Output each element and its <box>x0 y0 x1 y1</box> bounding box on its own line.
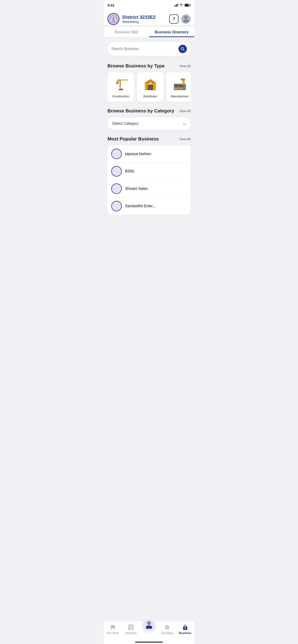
svg-text:ROTARY: ROTARY <box>111 17 116 18</box>
svg-rect-30 <box>175 84 178 87</box>
business-avatar-4 <box>111 201 122 212</box>
our-work-label: Our Work <box>107 632 119 635</box>
business-item-1[interactable]: tapasya fashion <box>107 145 191 163</box>
district-logo: ROTARY 3233E2 <box>107 13 120 25</box>
svg-rect-18 <box>116 82 119 84</box>
business-item-3[interactable]: Shivani Sales <box>107 180 191 198</box>
search-box <box>107 42 191 56</box>
tab-bar: Business Wall Business Directory <box>104 27 194 37</box>
type-card-manufacturer[interactable]: Manufacturer <box>166 72 191 102</box>
status-time: 9:41 <box>107 3 114 7</box>
nav-center[interactable] <box>140 618 158 633</box>
greetings-label: Greetings <box>161 632 173 635</box>
nav-greetings[interactable]: Greetings <box>158 624 176 635</box>
popular-header: Most Popular Business View All <box>107 136 191 142</box>
header-left: ROTARY 3233E2 District 3233E2 Networking <box>107 13 155 25</box>
svg-line-14 <box>183 50 184 51</box>
business-name-2: BSNL <box>125 169 135 174</box>
greetings-icon <box>164 624 170 630</box>
distributor-label: Distributor <box>143 94 157 98</box>
business-item-2[interactable]: BSNL <box>107 163 191 180</box>
app-header: ROTARY 3233E2 District 3233E2 Networking… <box>104 10 194 25</box>
browse-type-title: Browse Business by Type <box>107 63 165 68</box>
svg-rect-33 <box>178 88 179 89</box>
search-icon <box>181 47 185 51</box>
browse-type-view-all[interactable]: View All <box>179 64 191 68</box>
header-right: ? <box>169 14 191 24</box>
type-card-distributor[interactable]: Distributor <box>137 72 164 102</box>
construction-label: Construction <box>112 94 129 98</box>
type-card-construction[interactable]: Construction <box>107 72 134 102</box>
popular-title: Most Popular Business <box>107 136 159 142</box>
svg-rect-46 <box>184 628 186 628</box>
svg-point-11 <box>113 19 114 20</box>
wifi-icon <box>179 4 183 6</box>
business-label: Business <box>179 632 191 635</box>
most-popular-section: Most Popular Business View All tapasya f… <box>104 132 194 216</box>
help-button[interactable]: ? <box>169 14 178 24</box>
svg-rect-0 <box>174 6 175 6</box>
center-avatar-button[interactable] <box>142 618 156 632</box>
search-button[interactable] <box>178 45 187 53</box>
svg-rect-6 <box>185 4 189 6</box>
user-avatar-button[interactable] <box>181 14 191 24</box>
business-name-3: Shivani Sales <box>125 186 148 191</box>
battery-icon <box>184 4 191 7</box>
header-title: District 3233E2 Networking <box>122 14 155 24</box>
tab-business-wall[interactable]: Business Wall <box>104 27 149 37</box>
directory-icon <box>128 624 134 630</box>
svg-rect-3 <box>178 4 178 6</box>
construction-icon <box>113 76 129 92</box>
browse-type-header: Browse Business by Type View All <box>107 63 191 68</box>
manufacturer-label: Manufacturer <box>171 94 189 98</box>
browse-category-title: Browse Business by Category <box>107 108 174 114</box>
distributor-icon <box>142 76 159 92</box>
browse-by-type-section: Browse Business by Type View All <box>104 60 194 106</box>
type-cards-container: Construction <box>107 72 191 104</box>
nav-directory[interactable]: Directory <box>122 624 140 635</box>
business-name-4: Sambodhit Enter... <box>125 204 156 208</box>
nav-our-work[interactable]: Our Work <box>104 624 122 635</box>
browse-category-view-all[interactable]: View All <box>179 109 191 113</box>
business-avatar-1 <box>111 148 122 159</box>
popular-view-all[interactable]: View All <box>179 137 191 141</box>
district-name: District 3233E2 <box>122 14 155 20</box>
svg-rect-5 <box>190 4 191 6</box>
browse-by-category-section: Browse Business by Category View All Sel… <box>104 106 194 132</box>
manufacturer-icon <box>172 76 188 92</box>
svg-rect-2 <box>176 4 177 6</box>
our-work-icon <box>110 624 116 630</box>
chevron-down-icon: ⌄ <box>182 121 186 126</box>
district-subtitle: Networking <box>122 20 155 24</box>
svg-point-37 <box>183 85 184 87</box>
svg-rect-31 <box>179 84 182 87</box>
select-category-label: Select Category <box>112 122 139 126</box>
svg-text:3233E2: 3233E2 <box>112 21 115 22</box>
svg-rect-34 <box>180 88 182 89</box>
svg-rect-32 <box>175 88 177 89</box>
logo-emblem: ROTARY 3233E2 <box>109 15 118 23</box>
business-item-4[interactable]: Sambodhit Enter... <box>107 198 191 215</box>
svg-rect-26 <box>149 84 152 88</box>
business-name-1: tapasya fashion <box>125 152 151 156</box>
search-input[interactable] <box>111 47 177 51</box>
tab-business-directory[interactable]: Business Directory <box>149 27 194 37</box>
nav-business[interactable]: Business <box>176 624 194 635</box>
business-icon <box>182 624 188 630</box>
business-list: tapasya fashion BSNL Shivani Sales Sambo… <box>107 145 191 215</box>
status-bar: 9:41 <box>104 0 194 10</box>
status-icons <box>174 4 191 7</box>
browse-category-header: Browse Business by Category View All <box>107 108 191 114</box>
svg-rect-1 <box>175 5 176 6</box>
signal-icon <box>174 4 178 6</box>
svg-rect-28 <box>149 82 152 83</box>
svg-rect-36 <box>181 78 185 80</box>
directory-label: Directory <box>125 632 136 635</box>
search-section <box>104 37 194 60</box>
business-avatar-3 <box>111 183 122 194</box>
category-select[interactable]: Select Category ⌄ <box>107 117 191 130</box>
business-avatar-2 <box>111 166 122 177</box>
home-indicator <box>135 642 163 642</box>
bottom-nav: Our Work Directory Greetings <box>104 621 194 644</box>
svg-rect-21 <box>119 89 123 90</box>
